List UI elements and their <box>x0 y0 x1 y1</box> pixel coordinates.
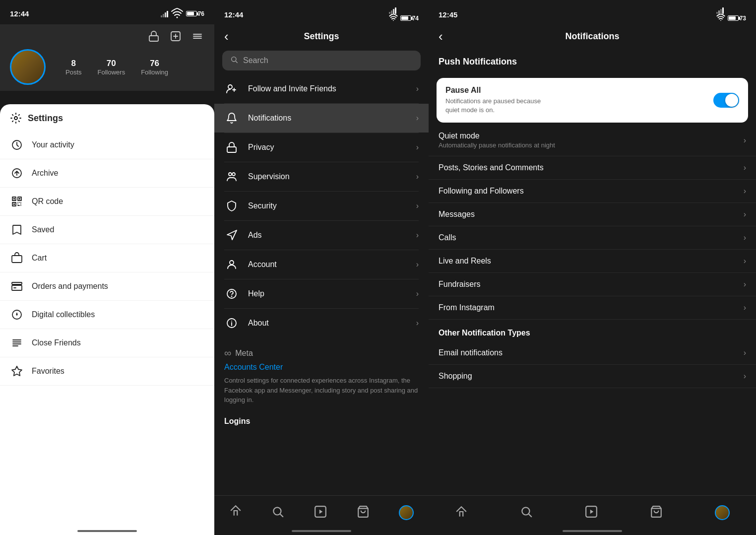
menu-item-supervision[interactable]: Supervision › <box>214 162 429 191</box>
status-icons-2: 74 <box>389 7 419 22</box>
bottom-nav-2 <box>214 495 429 535</box>
back-button-3[interactable]: ‹ <box>439 29 443 44</box>
qr-code-label: QR code <box>32 197 63 206</box>
svg-point-8 <box>14 117 17 120</box>
menu-item-notifications[interactable]: Notifications › <box>214 104 429 133</box>
menu-icon[interactable] <box>190 29 204 43</box>
menu-item-ads[interactable]: Ads › <box>214 221 429 250</box>
notif-item-live-reels[interactable]: Live and Reels › <box>429 250 756 273</box>
help-chevron: › <box>416 289 419 298</box>
svg-rect-14 <box>13 198 15 200</box>
menu-item-privacy[interactable]: Privacy › <box>214 133 429 162</box>
menu-item-account[interactable]: Account › <box>214 250 429 279</box>
posts-stories-chevron: › <box>744 163 746 172</box>
svg-point-41 <box>229 173 232 176</box>
status-bar-1: 12:44 76 <box>0 0 214 24</box>
notif-item-email[interactable]: Email notifications › <box>429 341 756 365</box>
sidebar-item-archive[interactable]: Archive <box>0 159 214 188</box>
svg-point-45 <box>232 296 232 297</box>
notif-item-fundraisers[interactable]: Fundraisers › <box>429 273 756 296</box>
new-post-icon[interactable] <box>169 29 183 43</box>
sidebar-item-close-friends[interactable]: Close Friends <box>0 329 214 357</box>
svg-marker-33 <box>12 366 22 376</box>
email-chevron: › <box>744 348 746 357</box>
sidebar-item-favorites[interactable]: Favorites <box>0 357 214 386</box>
notif-item-from-instagram[interactable]: From Instagram › <box>429 296 756 320</box>
home-nav-3[interactable] <box>455 505 468 520</box>
pause-all-description: Notifications are paused because quiet m… <box>445 97 555 115</box>
live-reels-chevron: › <box>744 257 746 266</box>
sidebar-item-cart[interactable]: Cart <box>0 244 214 272</box>
svg-point-55 <box>522 507 529 515</box>
pause-all-card: Pause All Notifications are paused becau… <box>437 78 748 123</box>
orders-icon <box>10 279 24 293</box>
meta-logo: ∞ Meta <box>224 347 419 359</box>
sidebar-item-saved[interactable]: Saved <box>0 216 214 244</box>
meta-section: ∞ Meta Accounts Center Control settings … <box>214 337 429 409</box>
avatar <box>10 49 46 85</box>
pause-all-text: Pause All Notifications are paused becau… <box>445 86 713 115</box>
notif-item-following-followers[interactable]: Following and Followers › <box>429 180 756 203</box>
settings-nav-title: Settings <box>304 31 339 42</box>
favorites-label: Favorites <box>32 367 64 376</box>
time-3: 12:45 <box>439 10 457 19</box>
ads-icon <box>224 228 239 243</box>
accounts-center-link[interactable]: Accounts Center <box>224 363 419 372</box>
notif-item-calls[interactable]: Calls › <box>429 226 756 250</box>
star-icon <box>10 364 24 378</box>
calls-label: Calls <box>439 233 744 242</box>
menu-item-help[interactable]: Help › <box>214 279 429 308</box>
svg-line-56 <box>529 514 532 517</box>
meta-infinity-icon: ∞ <box>224 347 231 359</box>
shop-nav-3[interactable] <box>650 505 663 520</box>
search-nav-2[interactable] <box>271 505 284 520</box>
sidebar-item-digital[interactable]: Digital collectibles <box>0 301 214 329</box>
sidebar-item-qr-code[interactable]: QR code <box>0 188 214 216</box>
quiet-mode-sublabel: Automatically pause notifications at nig… <box>439 141 744 149</box>
followers-label: Followers <box>98 68 126 76</box>
profile-nav-2[interactable] <box>399 505 414 520</box>
back-button-2[interactable]: ‹ <box>224 29 229 44</box>
posts-label: Posts <box>65 68 82 76</box>
notif-item-messages[interactable]: Messages › <box>429 203 756 226</box>
info-icon <box>224 316 239 331</box>
search-nav-3[interactable] <box>520 505 533 520</box>
svg-point-37 <box>228 85 232 89</box>
bell-icon <box>224 111 239 126</box>
push-notifications-title: Push Notifications <box>439 57 746 67</box>
sidebar-item-your-activity[interactable]: Your activity <box>0 131 214 159</box>
other-types-header: Other Notification Types <box>429 320 756 341</box>
supervision-chevron: › <box>416 172 419 181</box>
time-2: 12:44 <box>224 10 243 19</box>
svg-point-34 <box>393 20 394 21</box>
home-nav-2[interactable] <box>229 504 242 521</box>
signal-icon-1 <box>161 10 168 17</box>
profile-nav-3[interactable] <box>715 505 730 520</box>
search-placeholder: Search <box>243 56 268 65</box>
pause-all-toggle[interactable] <box>713 93 739 108</box>
ads-label: Ads <box>248 231 407 240</box>
followers-stat: 70 Followers <box>98 59 126 76</box>
lock-icon[interactable] <box>147 29 161 43</box>
reels-nav-2[interactable] <box>314 505 327 520</box>
logins-section: Logins <box>214 409 429 426</box>
saved-label: Saved <box>32 225 54 234</box>
search-icon <box>230 56 238 66</box>
notif-item-shopping[interactable]: Shopping › <box>429 365 756 388</box>
battery-icon-3: 73 <box>728 15 746 22</box>
reels-nav-3[interactable] <box>585 505 598 520</box>
menu-item-follow[interactable]: Follow and Invite Friends › <box>214 74 429 103</box>
menu-item-security[interactable]: Security › <box>214 192 429 220</box>
search-bar[interactable]: Search <box>222 51 421 70</box>
notif-item-quiet-mode[interactable]: Quiet mode Automatically pause notificat… <box>429 125 756 156</box>
meta-label: Meta <box>235 349 253 358</box>
shop-nav-2[interactable] <box>357 505 370 520</box>
activity-icon <box>10 138 24 152</box>
menu-item-about[interactable]: About › <box>214 309 429 337</box>
quiet-mode-chevron: › <box>744 136 746 145</box>
from-instagram-label: From Instagram <box>439 303 744 312</box>
sidebar-item-orders[interactable]: Orders and payments <box>0 272 214 301</box>
notifications-label: Notifications <box>248 114 407 123</box>
notif-item-posts-stories[interactable]: Posts, Stories and Comments › <box>429 156 756 180</box>
follow-chevron: › <box>416 84 419 93</box>
